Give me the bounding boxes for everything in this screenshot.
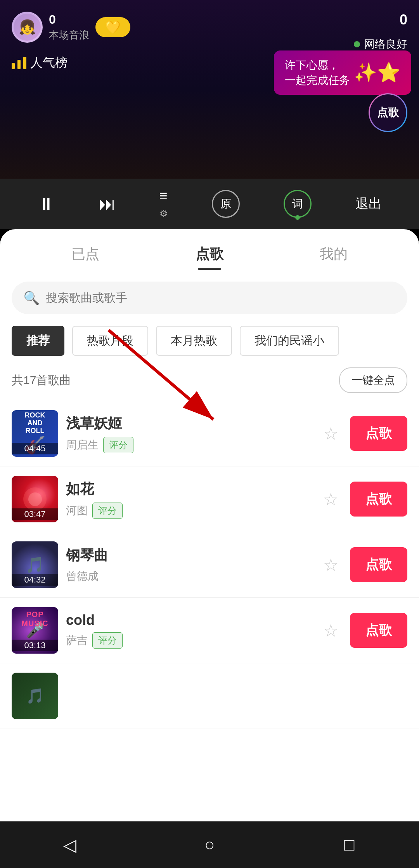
network-status: 网络良好 <box>354 37 407 52</box>
lyrics-button[interactable]: 词 <box>284 190 312 218</box>
song-item: 🎵 04:32 钢琴曲 曾德成 ☆ 点歌 <box>0 532 419 598</box>
pause-button[interactable]: ⏸ <box>38 194 55 214</box>
wave-count: 0 <box>49 12 89 27</box>
network-indicator <box>354 41 360 47</box>
song-count-text: 共17首歌曲 <box>12 372 71 388</box>
avatar-image: 👧 <box>14 14 41 41</box>
bar-chart-icon <box>12 57 26 69</box>
song-title-1: 浅草妖姬 <box>66 414 312 433</box>
song-duration-4: 03:13 <box>12 640 58 651</box>
order-button-1[interactable]: 点歌 <box>350 416 407 451</box>
heart-icon: 💛 <box>105 20 121 35</box>
tab-dian[interactable]: 点歌 <box>196 245 223 270</box>
song-artist-row-4: 萨吉 评分 <box>66 632 312 649</box>
user-info: 👧 0 本场音浪 💛 <box>12 12 130 43</box>
rating-badge-2[interactable]: 评分 <box>92 503 123 519</box>
top-bar: 👧 0 本场音浪 💛 0 <box>0 0 419 43</box>
search-bar[interactable]: 🔍 <box>12 282 407 314</box>
rating-badge-1[interactable]: 评分 <box>103 437 133 453</box>
rating-badge-4[interactable]: 评分 <box>92 632 123 649</box>
original-label: 原 <box>220 197 231 211</box>
category-recommend[interactable]: 推荐 <box>12 326 64 356</box>
order-button-3[interactable]: 点歌 <box>350 547 407 582</box>
song-info-4: cold 萨吉 评分 <box>66 612 312 649</box>
song-info-1: 浅草妖姬 周启生 评分 <box>66 414 312 453</box>
recents-button[interactable]: □ <box>334 829 365 860</box>
dian-ge-button[interactable]: 点歌 <box>369 93 407 132</box>
song-item: POP MUSIC 🎤 03:13 cold 萨吉 评分 ☆ 点歌 <box>0 598 419 663</box>
recents-icon: □ <box>344 835 355 854</box>
wave-label: 本场音浪 <box>49 28 89 42</box>
exit-button[interactable]: 退出 <box>355 195 382 213</box>
category-hot-clips[interactable]: 热歌片段 <box>72 326 148 356</box>
lyrics-label: 词 <box>292 197 303 211</box>
song-artist-2: 河图 <box>66 503 88 518</box>
avatar[interactable]: 👧 <box>12 12 43 43</box>
song-item: 🎵 <box>0 663 419 729</box>
heart-button[interactable]: 💛 <box>95 17 130 37</box>
right-count: 0 <box>400 12 407 28</box>
active-indicator <box>295 215 300 220</box>
tuning-icon: ≡⚙ <box>159 188 168 220</box>
order-button-2[interactable]: 点歌 <box>350 482 407 517</box>
back-icon: ◁ <box>63 835 76 855</box>
tab-ordered[interactable]: 已点 <box>71 245 99 270</box>
home-button[interactable]: ○ <box>194 829 225 860</box>
next-button[interactable]: ⏭ <box>99 194 116 214</box>
song-title-2: 如花 <box>66 480 312 499</box>
order-button-4[interactable]: 点歌 <box>350 613 407 648</box>
all-select-button[interactable]: 一键全点 <box>339 367 407 393</box>
category-monthly-hot[interactable]: 本月热歌 <box>156 326 232 356</box>
tabs-bar: 已点 点歌 我的 <box>0 229 419 270</box>
song-title-3: 钢琴曲 <box>66 546 312 565</box>
next-icon: ⏭ <box>99 194 116 214</box>
search-input[interactable] <box>46 291 396 304</box>
wish-line1: 许下心愿， <box>285 57 350 73</box>
song-artist-row-2: 河图 评分 <box>66 503 312 519</box>
control-bar: ⏸ ⏭ ≡⚙ 原 词 退出 <box>0 179 419 229</box>
song-item: ROCKANDROLL 🎸 04:45 浅草妖姬 周启生 评分 ☆ 点歌 <box>0 401 419 466</box>
cover-rock-label: ROCKANDROLL <box>25 412 45 435</box>
song-artist-row-1: 周启生 评分 <box>66 437 312 453</box>
favorite-button-1[interactable]: ☆ <box>319 420 342 447</box>
wish-text: 许下心愿， 一起完成任务 <box>285 57 350 88</box>
tab-mine[interactable]: 我的 <box>320 245 348 270</box>
song-artist-4: 萨吉 <box>66 633 88 648</box>
network-text: 网络良好 <box>364 37 407 52</box>
exit-label: 退出 <box>355 196 382 211</box>
song-cover-5: 🎵 <box>12 673 58 719</box>
song-cover-2: 03:47 <box>12 476 58 522</box>
song-cover-1: ROCKANDROLL 🎸 04:45 <box>12 410 58 457</box>
user-stats: 0 本场音浪 <box>49 12 89 42</box>
popmusic-label: POP MUSIC <box>12 610 58 628</box>
song-cover-3: 🎵 04:32 <box>12 541 58 588</box>
favorite-button-3[interactable]: ☆ <box>319 551 342 579</box>
song-info-2: 如花 河图 评分 <box>66 480 312 519</box>
wish-banner[interactable]: 许下心愿， 一起完成任务 ✨⭐ <box>274 50 411 95</box>
video-area: 👧 0 本场音浪 💛 0 网络良好 人气榜 许下心愿， 一起完成任务 <box>0 0 419 179</box>
song-item: 03:47 如花 河图 评分 ☆ 点歌 <box>0 466 419 532</box>
bottom-nav: ◁ ○ □ <box>0 821 419 868</box>
category-tabs: 推荐 热歌片段 本月热歌 我们的民谣小 <box>0 314 419 356</box>
wish-star-icon: ✨⭐ <box>354 62 400 83</box>
song-title-4: cold <box>66 612 312 628</box>
song-duration-2: 03:47 <box>12 508 58 520</box>
tuning-button[interactable]: ≡⚙ <box>159 188 168 220</box>
song-artist-row-3: 曾德成 <box>66 569 312 584</box>
favorite-button-4[interactable]: ☆ <box>319 617 342 644</box>
popularity-text: 人气榜 <box>30 54 68 71</box>
dian-ge-label: 点歌 <box>377 105 399 120</box>
back-button[interactable]: ◁ <box>54 829 85 860</box>
song-artist-1: 周启生 <box>66 438 99 452</box>
favorite-button-2[interactable]: ☆ <box>319 485 342 513</box>
song-duration-1: 04:45 <box>12 443 58 454</box>
pause-icon: ⏸ <box>38 194 55 214</box>
category-folk[interactable]: 我们的民谣小 <box>240 326 339 356</box>
watermark: www.yizei.com <box>364 811 415 819</box>
home-icon: ○ <box>204 835 215 854</box>
popularity-badge[interactable]: 人气榜 <box>12 54 68 71</box>
wish-line2: 一起完成任务 <box>285 73 350 88</box>
song-list: ROCKANDROLL 🎸 04:45 浅草妖姬 周启生 评分 ☆ 点歌 <box>0 393 419 737</box>
song-info-3: 钢琴曲 曾德成 <box>66 546 312 584</box>
original-button[interactable]: 原 <box>212 190 240 218</box>
